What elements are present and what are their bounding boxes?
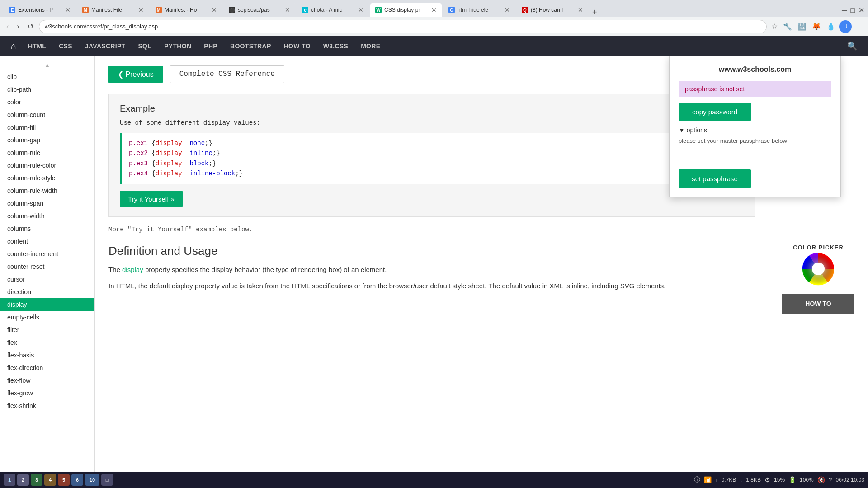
browser-tab-manifest-file[interactable]: M Manifest File ✕ (77, 3, 149, 17)
sidebar-item-column-width[interactable]: column-width (0, 210, 94, 222)
sidebar-item-column-rule-color[interactable]: column-rule-color (0, 159, 94, 172)
tab-close-icon[interactable]: ✕ (358, 6, 363, 14)
sidebar-item-cursor[interactable]: cursor (0, 273, 94, 286)
sidebar-item-direction[interactable]: direction (0, 286, 94, 298)
browser-tab-manifest-ho[interactable]: M Manifest - Ho ✕ (150, 3, 222, 17)
sidebar-item-counter-increment[interactable]: counter-increment (0, 248, 94, 260)
browser-tab-html-hide[interactable]: G html hide ele ✕ (443, 3, 515, 17)
w3-nav-html[interactable]: HTML (22, 36, 52, 56)
sidebar-item-counter-reset[interactable]: counter-reset (0, 260, 94, 273)
tab-close-icon[interactable]: ✕ (138, 6, 144, 14)
extension-icon-2[interactable]: 🔢 (796, 20, 808, 33)
taskbar-item-5[interactable]: 5 (58, 474, 70, 486)
sidebar-item-column-rule-width[interactable]: column-rule-width (0, 184, 94, 197)
taskbar-item-box[interactable]: □ (101, 474, 113, 486)
url-input[interactable] (39, 20, 767, 33)
sidebar-item-column-fill[interactable]: column-fill (0, 121, 94, 134)
tab-close-icon[interactable]: ✕ (65, 6, 71, 14)
reload-button[interactable]: ↺ (25, 20, 36, 33)
options-toggle[interactable]: ▼ options (679, 127, 831, 134)
w3-nav-python[interactable]: PYTHON (158, 36, 198, 56)
previous-button[interactable]: ❮ Previous (108, 66, 163, 83)
sidebar-item-display[interactable]: display (0, 298, 94, 311)
browser-tab-extensions[interactable]: E Extensions - P ✕ (4, 3, 76, 17)
popup-domain: www.w3schools.com (679, 66, 831, 74)
w3-nav-sql[interactable]: SQL (132, 36, 158, 56)
taskbar-item-1[interactable]: 1 (4, 474, 15, 486)
try-it-yourself-button[interactable]: Try it Yourself » (120, 191, 183, 207)
sidebar-item-content[interactable]: content (0, 235, 94, 248)
sidebar-item-clip[interactable]: clip (0, 70, 94, 83)
sidebar-item-flex-basis[interactable]: flex-basis (0, 349, 94, 361)
how-to-button[interactable]: HOW TO (782, 294, 854, 314)
taskbar-item-3[interactable]: 3 (31, 474, 42, 486)
taskbar-info-icon[interactable]: ⓘ (694, 476, 700, 484)
extension-icon-4[interactable]: 💧 (825, 20, 837, 33)
taskbar-kb1: 0.7KB (722, 477, 736, 483)
tab-close-icon[interactable]: ✕ (578, 6, 583, 14)
w3-nav-javascript[interactable]: JAVASCRIPT (79, 36, 132, 56)
w3-nav-more[interactable]: MORE (354, 36, 387, 56)
passphrase-input[interactable] (679, 149, 831, 164)
copy-password-button[interactable]: copy password (679, 103, 751, 121)
browser-tab-github[interactable]: ⚫ sepisoad/pas ✕ (223, 3, 296, 17)
sidebar-item-filter[interactable]: filter (0, 324, 94, 336)
color-wheel[interactable] (800, 251, 836, 287)
taskbar-item-2[interactable]: 2 (17, 474, 29, 486)
sidebar-item-flex-flow[interactable]: flex-flow (0, 374, 94, 387)
sidebar-item-column-count[interactable]: column-count (0, 108, 94, 121)
menu-icon[interactable]: ⋮ (854, 20, 864, 33)
w3-nav-bootstrap[interactable]: BOOTSTRAP (224, 36, 278, 56)
tab-close-icon[interactable]: ✕ (505, 6, 510, 14)
taskbar-help-icon[interactable]: ? (829, 476, 832, 483)
sidebar-item-flex-direction[interactable]: flex-direction (0, 361, 94, 374)
sidebar-item-flex-shrink[interactable]: flex-shrink (0, 399, 94, 412)
browser-tab-css-display[interactable]: W CSS display pr ✕ (370, 3, 442, 17)
sidebar-item-color[interactable]: color (0, 96, 94, 108)
w3-nav-howto[interactable]: HOW TO (278, 36, 317, 56)
taskbar-item-4[interactable]: 4 (44, 474, 56, 486)
sidebar-item-flex[interactable]: flex (0, 336, 94, 349)
bookmark-icon[interactable]: ☆ (769, 20, 779, 33)
taskbar-settings-icon[interactable]: ⚙ (764, 476, 770, 483)
sidebar-scroll-up[interactable]: ▲ (44, 61, 51, 69)
sidebar-item-column-rule-style[interactable]: column-rule-style (0, 172, 94, 184)
extension-icon-3[interactable]: 🦊 (810, 20, 823, 33)
tab-close-icon[interactable]: ✕ (212, 6, 217, 14)
maximize-button[interactable]: □ (850, 6, 855, 14)
tab-close-icon[interactable]: ✕ (431, 6, 437, 14)
sidebar-item-column-gap[interactable]: column-gap (0, 134, 94, 146)
minimize-button[interactable]: ─ (842, 6, 847, 14)
tab-title: (8) How can I (531, 7, 575, 13)
w3-nav-css[interactable]: CSS (52, 36, 79, 56)
sidebar-item-clip-path[interactable]: clip-path (0, 83, 94, 96)
taskbar-mute-icon[interactable]: 🔇 (817, 476, 825, 483)
tab-title: Extensions - P (18, 7, 62, 13)
taskbar-item-10[interactable]: 10 (85, 474, 99, 486)
set-passphrase-button[interactable]: set passphrase (679, 169, 751, 188)
tab-title: sepisoad/pas (238, 7, 282, 13)
sidebar-item-flex-grow[interactable]: flex-grow (0, 387, 94, 399)
w3-home-button[interactable]: ⌂ (5, 38, 22, 54)
sidebar-item-columns[interactable]: columns (0, 222, 94, 235)
tab-close-icon[interactable]: ✕ (285, 6, 290, 14)
tab-title: CSS display pr (384, 7, 429, 13)
extension-icon-1[interactable]: 🔧 (781, 20, 794, 33)
taskbar-item-6[interactable]: 6 (71, 474, 83, 486)
browser-tab-howcanI[interactable]: Q (8) How can I ✕ (516, 3, 589, 17)
profile-avatar[interactable]: U (839, 20, 852, 33)
sidebar-item-empty-cells[interactable]: empty-cells (0, 311, 94, 324)
w3-nav-w3css[interactable]: W3.CSS (317, 36, 354, 56)
w3-search-button[interactable]: 🔍 (842, 38, 863, 54)
browser-tab-chota[interactable]: c chota - A mic ✕ (297, 3, 369, 17)
back-button[interactable]: ‹ (4, 21, 11, 33)
new-tab-button[interactable]: + (590, 8, 600, 17)
sidebar-item-column-span[interactable]: column-span (0, 197, 94, 210)
forward-button[interactable]: › (14, 21, 22, 33)
css-reference-button[interactable]: Complete CSS Reference (170, 65, 284, 83)
w3-nav-php[interactable]: PHP (198, 36, 224, 56)
close-window-button[interactable]: ✕ (859, 6, 864, 14)
sidebar-item-column-rule[interactable]: column-rule (0, 146, 94, 159)
taskbar-wifi-icon[interactable]: 📶 (704, 476, 712, 483)
tab-title: Manifest - Ho (165, 7, 209, 13)
